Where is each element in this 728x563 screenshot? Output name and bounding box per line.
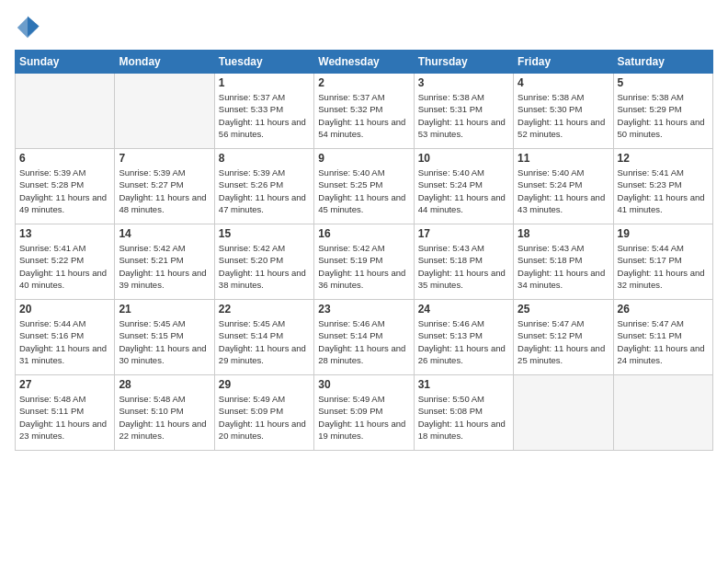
calendar-cell: 27Sunrise: 5:48 AM Sunset: 5:11 PM Dayli…	[16, 375, 115, 451]
calendar-cell: 21Sunrise: 5:45 AM Sunset: 5:15 PM Dayli…	[115, 300, 214, 375]
page-header	[15, 15, 713, 40]
column-header-monday: Monday	[115, 51, 214, 74]
calendar-cell: 8Sunrise: 5:39 AM Sunset: 5:26 PM Daylig…	[214, 149, 313, 224]
calendar-week-row: 6Sunrise: 5:39 AM Sunset: 5:28 PM Daylig…	[16, 149, 713, 224]
calendar-cell: 18Sunrise: 5:43 AM Sunset: 5:18 PM Dayli…	[514, 224, 613, 300]
day-detail: Sunrise: 5:40 AM Sunset: 5:25 PM Dayligh…	[318, 167, 409, 215]
day-number: 22	[219, 303, 310, 316]
day-number: 7	[119, 152, 210, 165]
day-number: 14	[119, 227, 210, 240]
day-detail: Sunrise: 5:45 AM Sunset: 5:14 PM Dayligh…	[219, 317, 310, 366]
day-number: 26	[618, 303, 709, 316]
calendar-cell: 7Sunrise: 5:39 AM Sunset: 5:27 PM Daylig…	[115, 149, 214, 224]
day-detail: Sunrise: 5:47 AM Sunset: 5:11 PM Dayligh…	[618, 317, 709, 366]
day-detail: Sunrise: 5:40 AM Sunset: 5:24 PM Dayligh…	[418, 167, 509, 215]
calendar-week-row: 27Sunrise: 5:48 AM Sunset: 5:11 PM Dayli…	[16, 375, 713, 451]
day-number: 21	[119, 303, 210, 316]
column-header-sunday: Sunday	[16, 51, 115, 74]
day-number: 3	[418, 76, 509, 89]
calendar-cell: 31Sunrise: 5:50 AM Sunset: 5:08 PM Dayli…	[414, 375, 513, 451]
day-detail: Sunrise: 5:44 AM Sunset: 5:17 PM Dayligh…	[618, 242, 709, 291]
logo	[15, 15, 44, 40]
calendar-cell: 19Sunrise: 5:44 AM Sunset: 5:17 PM Dayli…	[613, 224, 712, 300]
calendar-cell: 22Sunrise: 5:45 AM Sunset: 5:14 PM Dayli…	[214, 300, 313, 375]
day-number: 2	[318, 76, 409, 89]
day-detail: Sunrise: 5:37 AM Sunset: 5:32 PM Dayligh…	[318, 91, 409, 140]
day-detail: Sunrise: 5:41 AM Sunset: 5:23 PM Dayligh…	[618, 167, 709, 215]
column-header-wednesday: Wednesday	[314, 51, 414, 74]
day-detail: Sunrise: 5:39 AM Sunset: 5:28 PM Dayligh…	[19, 167, 110, 215]
day-number: 30	[318, 378, 409, 391]
calendar-cell: 6Sunrise: 5:39 AM Sunset: 5:28 PM Daylig…	[16, 149, 115, 224]
calendar-cell: 3Sunrise: 5:38 AM Sunset: 5:31 PM Daylig…	[414, 74, 513, 149]
day-number: 19	[618, 227, 709, 240]
day-number: 28	[119, 378, 210, 391]
day-number: 23	[318, 303, 409, 316]
day-number: 20	[19, 303, 110, 316]
day-detail: Sunrise: 5:39 AM Sunset: 5:27 PM Dayligh…	[119, 167, 210, 215]
calendar-cell: 13Sunrise: 5:41 AM Sunset: 5:22 PM Dayli…	[16, 224, 115, 300]
calendar-cell: 24Sunrise: 5:46 AM Sunset: 5:13 PM Dayli…	[414, 300, 513, 375]
calendar-cell	[514, 375, 613, 451]
day-detail: Sunrise: 5:46 AM Sunset: 5:14 PM Dayligh…	[318, 317, 409, 366]
day-detail: Sunrise: 5:39 AM Sunset: 5:26 PM Dayligh…	[219, 167, 310, 215]
calendar-cell: 10Sunrise: 5:40 AM Sunset: 5:24 PM Dayli…	[414, 149, 513, 224]
calendar-cell: 9Sunrise: 5:40 AM Sunset: 5:25 PM Daylig…	[314, 149, 414, 224]
day-detail: Sunrise: 5:38 AM Sunset: 5:30 PM Dayligh…	[518, 91, 609, 140]
calendar-cell	[115, 74, 214, 149]
calendar-cell	[613, 375, 712, 451]
day-number: 5	[618, 76, 709, 89]
day-number: 6	[19, 152, 110, 165]
calendar-cell: 30Sunrise: 5:49 AM Sunset: 5:09 PM Dayli…	[314, 375, 414, 451]
day-detail: Sunrise: 5:45 AM Sunset: 5:15 PM Dayligh…	[119, 317, 210, 366]
calendar-cell: 4Sunrise: 5:38 AM Sunset: 5:30 PM Daylig…	[514, 74, 613, 149]
calendar-cell: 2Sunrise: 5:37 AM Sunset: 5:32 PM Daylig…	[314, 74, 414, 149]
column-header-tuesday: Tuesday	[214, 51, 313, 74]
calendar-header-row: SundayMondayTuesdayWednesdayThursdayFrid…	[16, 51, 713, 74]
day-number: 17	[418, 227, 509, 240]
day-number: 24	[418, 303, 509, 316]
calendar-cell: 11Sunrise: 5:40 AM Sunset: 5:24 PM Dayli…	[514, 149, 613, 224]
day-number: 13	[19, 227, 110, 240]
svg-marker-1	[28, 16, 40, 36]
calendar-cell: 28Sunrise: 5:48 AM Sunset: 5:10 PM Dayli…	[115, 375, 214, 451]
day-detail: Sunrise: 5:42 AM Sunset: 5:20 PM Dayligh…	[219, 242, 310, 291]
day-detail: Sunrise: 5:49 AM Sunset: 5:09 PM Dayligh…	[219, 393, 310, 442]
day-number: 16	[318, 227, 409, 240]
day-detail: Sunrise: 5:46 AM Sunset: 5:13 PM Dayligh…	[418, 317, 509, 366]
day-detail: Sunrise: 5:50 AM Sunset: 5:08 PM Dayligh…	[418, 393, 509, 442]
day-detail: Sunrise: 5:49 AM Sunset: 5:09 PM Dayligh…	[318, 393, 409, 442]
day-detail: Sunrise: 5:47 AM Sunset: 5:12 PM Dayligh…	[518, 317, 609, 366]
day-number: 8	[219, 152, 310, 165]
calendar-cell: 12Sunrise: 5:41 AM Sunset: 5:23 PM Dayli…	[613, 149, 712, 224]
column-header-saturday: Saturday	[613, 51, 712, 74]
calendar-cell: 16Sunrise: 5:42 AM Sunset: 5:19 PM Dayli…	[314, 224, 414, 300]
calendar-cell	[16, 74, 115, 149]
calendar-table: SundayMondayTuesdayWednesdayThursdayFrid…	[15, 50, 713, 451]
day-detail: Sunrise: 5:48 AM Sunset: 5:10 PM Dayligh…	[119, 393, 210, 442]
day-detail: Sunrise: 5:44 AM Sunset: 5:16 PM Dayligh…	[19, 317, 110, 366]
day-detail: Sunrise: 5:38 AM Sunset: 5:31 PM Dayligh…	[418, 91, 509, 140]
calendar-cell: 25Sunrise: 5:47 AM Sunset: 5:12 PM Dayli…	[514, 300, 613, 375]
day-number: 31	[418, 378, 509, 391]
day-number: 9	[318, 152, 409, 165]
day-number: 18	[518, 227, 609, 240]
calendar-cell: 17Sunrise: 5:43 AM Sunset: 5:18 PM Dayli…	[414, 224, 513, 300]
day-number: 1	[219, 76, 310, 89]
day-number: 25	[518, 303, 609, 316]
day-number: 27	[19, 378, 110, 391]
calendar-cell: 5Sunrise: 5:38 AM Sunset: 5:29 PM Daylig…	[613, 74, 712, 149]
day-detail: Sunrise: 5:37 AM Sunset: 5:33 PM Dayligh…	[219, 91, 310, 140]
day-detail: Sunrise: 5:41 AM Sunset: 5:22 PM Dayligh…	[19, 242, 110, 291]
day-detail: Sunrise: 5:42 AM Sunset: 5:21 PM Dayligh…	[119, 242, 210, 291]
day-number: 12	[618, 152, 709, 165]
day-number: 10	[418, 152, 509, 165]
column-header-friday: Friday	[514, 51, 613, 74]
calendar-week-row: 20Sunrise: 5:44 AM Sunset: 5:16 PM Dayli…	[16, 300, 713, 375]
calendar-cell: 20Sunrise: 5:44 AM Sunset: 5:16 PM Dayli…	[16, 300, 115, 375]
column-header-thursday: Thursday	[414, 51, 513, 74]
calendar-cell: 1Sunrise: 5:37 AM Sunset: 5:33 PM Daylig…	[214, 74, 313, 149]
day-detail: Sunrise: 5:43 AM Sunset: 5:18 PM Dayligh…	[518, 242, 609, 291]
day-detail: Sunrise: 5:38 AM Sunset: 5:29 PM Dayligh…	[618, 91, 709, 140]
calendar-cell: 14Sunrise: 5:42 AM Sunset: 5:21 PM Dayli…	[115, 224, 214, 300]
